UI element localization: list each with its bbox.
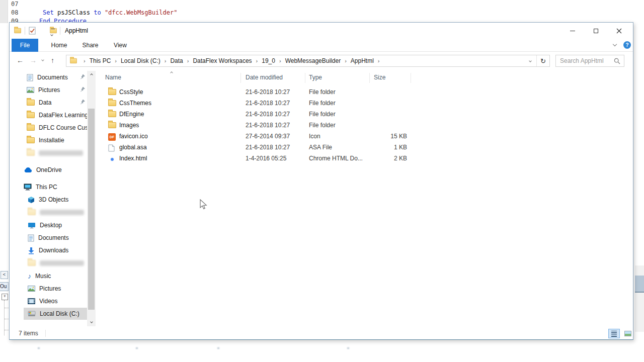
sidebar-item-3d-objects[interactable]: 3D Objects <box>28 194 68 206</box>
breadcrumb-item[interactable]: Local Disk (C:) <box>120 57 162 64</box>
file-type: File folder <box>309 122 336 129</box>
breadcrumb-item[interactable]: WebMessageBuilder <box>284 57 342 64</box>
ribbon-collapse-icon[interactable] <box>613 42 617 46</box>
search-box[interactable]: Search AppHtml <box>555 55 624 67</box>
minimize-icon <box>570 31 575 31</box>
file-row[interactable]: CssStyle 21-6-2018 10:27 File folder <box>105 87 417 98</box>
sidebar-item-music[interactable]: ♪ Music <box>28 270 51 282</box>
details-view-button[interactable] <box>608 329 620 338</box>
sidebar-item-dataflex-learning[interactable]: DataFlex Learning <box>27 109 88 121</box>
column-header-date[interactable]: Date modified <box>246 74 283 81</box>
background-artifact <box>217 347 219 349</box>
search-input[interactable]: Search AppHtml <box>556 57 614 64</box>
minimize-button[interactable] <box>561 23 584 39</box>
sidebar-item-local-disk[interactable]: Local Disk (C:) <box>24 308 87 320</box>
file-type: File folder <box>309 100 336 107</box>
redacted-label <box>39 150 83 156</box>
sidebar-item-data[interactable]: Data <box>27 97 51 109</box>
forward-button[interactable]: → <box>30 56 37 64</box>
file-date: 21-6-2018 10:27 <box>246 144 290 151</box>
crumb-separator-icon: › <box>84 58 86 64</box>
sidebar-item-dflc-course[interactable]: DFLC Course Cus <box>27 122 87 134</box>
column-header-type[interactable]: Type <box>309 74 322 81</box>
sidebar-item-documents[interactable]: Documents <box>27 71 68 83</box>
sidebar-label: Videos <box>39 298 57 305</box>
tree-guide-stub <box>5 319 9 319</box>
sidebar-item-redacted[interactable] <box>28 206 84 218</box>
file-row[interactable]: Index.html 1-4-2016 05:25 Chrome HTML Do… <box>105 153 417 164</box>
qat-properties-icon[interactable] <box>29 27 36 36</box>
refresh-button[interactable]: ↻ <box>536 55 549 66</box>
file-date: 27-6-2014 09:37 <box>246 133 290 140</box>
qat-folder-icon[interactable] <box>14 28 21 33</box>
column-divider[interactable] <box>411 73 411 83</box>
title-bar[interactable]: AppHtml <box>10 23 633 39</box>
back-button[interactable]: ← <box>17 56 24 64</box>
sidebar-label: Pictures <box>38 86 60 94</box>
picture-icon <box>28 286 35 292</box>
breadcrumb-item[interactable]: Data <box>169 57 184 64</box>
sidebar-item-this-pc[interactable]: This PC <box>24 181 57 193</box>
folder-icon <box>108 89 116 95</box>
sidebar-label: Installatie <box>39 137 64 144</box>
help-button[interactable]: ? <box>623 41 631 49</box>
sidebar-item-desktop[interactable]: Desktop <box>28 219 62 231</box>
sidebar-item-pictures[interactable]: Pictures <box>27 84 60 96</box>
sidebar-item-videos[interactable]: Videos <box>28 295 57 307</box>
tab-file[interactable]: File <box>12 39 38 52</box>
crumb-separator-icon: › <box>115 58 117 64</box>
breadcrumb-item[interactable]: DataFlex Workspaces <box>192 57 253 64</box>
column-divider[interactable] <box>305 73 305 83</box>
maximize-button[interactable] <box>584 23 607 39</box>
file-row[interactable]: DfEngine 21-6-2018 10:27 File folder <box>105 109 417 120</box>
column-header-size[interactable]: Size <box>374 74 385 81</box>
background-scroll-left-button[interactable]: < <box>1 271 8 279</box>
breadcrumb-item[interactable]: AppHtml <box>350 57 375 64</box>
file-type: Chrome HTML Do... <box>309 155 363 162</box>
tab-share[interactable]: Share <box>77 39 104 52</box>
document-icon <box>27 74 33 81</box>
background-scrollbar-thumb[interactable] <box>635 276 644 293</box>
scroll-up-icon[interactable] <box>89 72 94 77</box>
sidebar-item-downloads[interactable]: Downloads <box>28 244 68 256</box>
search-icon[interactable] <box>614 58 620 64</box>
address-bar[interactable]: › This PC › Local Disk (C:) › Data › Dat… <box>66 55 550 67</box>
tab-home[interactable]: Home <box>46 39 72 52</box>
tree-expand-icon[interactable]: + <box>2 294 8 300</box>
up-button[interactable]: ↑ <box>51 56 54 64</box>
close-button[interactable] <box>607 23 630 39</box>
file-explorer-window: AppHtml File Home Share View ? ← → ↑ › T… <box>9 22 633 340</box>
file-row[interactable]: Images 21-6-2018 10:27 File folder <box>105 120 417 131</box>
sidebar-item-documents-pc[interactable]: Documents <box>28 232 69 244</box>
folder-icon <box>27 150 35 156</box>
file-row[interactable]: DF favicon.ico 27-6-2014 09:37 Icon 15 K… <box>105 131 417 142</box>
sidebar-item-installatie[interactable]: Installatie <box>27 134 64 146</box>
sidebar-item-onedrive[interactable]: OneDrive <box>24 164 62 176</box>
column-header-name[interactable]: Name <box>105 74 121 81</box>
breadcrumb-item[interactable]: This PC <box>89 57 112 64</box>
column-divider[interactable] <box>240 73 241 83</box>
file-date: 21-6-2018 10:27 <box>246 88 290 96</box>
scroll-down-icon[interactable] <box>89 319 94 324</box>
sort-ascending-icon[interactable] <box>170 71 173 74</box>
picture-icon <box>27 87 34 93</box>
tab-view[interactable]: View <box>108 39 132 52</box>
breadcrumb-item[interactable]: 19_0 <box>261 57 276 64</box>
onedrive-icon <box>24 167 32 173</box>
file-row[interactable]: CssThemes 21-6-2018 10:27 File folder <box>105 98 417 109</box>
output-tab-clipped[interactable]: Ou <box>0 282 9 291</box>
file-size: 2 KB <box>362 155 407 162</box>
recent-locations-icon[interactable] <box>41 58 44 61</box>
sidebar-label: Desktop <box>40 222 62 229</box>
folder-icon <box>28 209 36 215</box>
column-divider[interactable] <box>369 73 370 83</box>
sidebar-item-redacted[interactable] <box>27 147 83 159</box>
sidebar-item-pictures-pc[interactable]: Pictures <box>28 283 61 295</box>
sidebar-item-redacted[interactable] <box>28 257 84 269</box>
sidebar-scrollbar-thumb[interactable] <box>88 109 95 310</box>
address-dropdown-icon[interactable] <box>529 59 532 62</box>
icons-view-button[interactable] <box>622 329 633 338</box>
sidebar-label: Data <box>39 99 51 106</box>
qat-customize-icon[interactable] <box>51 29 55 37</box>
file-row[interactable]: global.asa 21-6-2018 10:27 ASA File 1 KB <box>105 142 417 153</box>
